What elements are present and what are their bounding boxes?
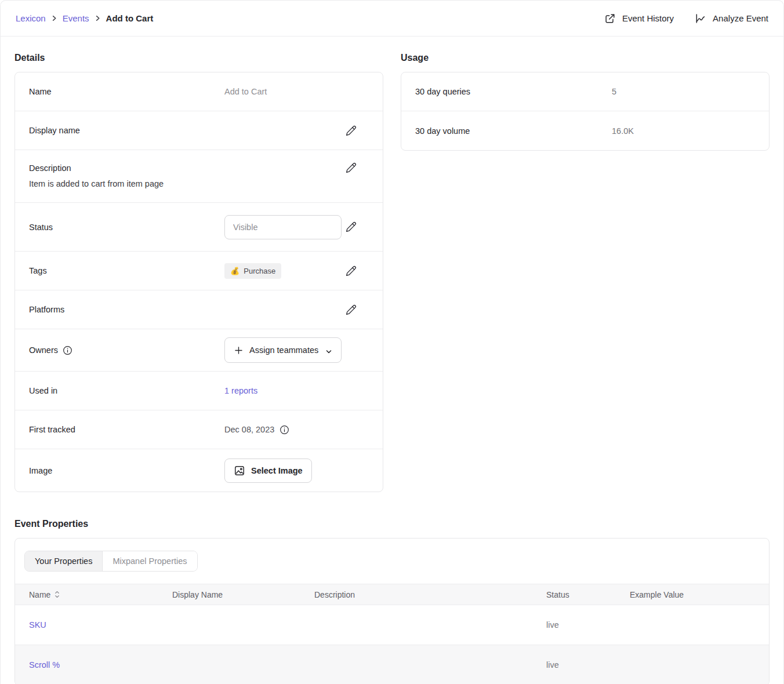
- display-name-label: Display name: [29, 126, 224, 135]
- edit-platforms-button[interactable]: [345, 304, 357, 316]
- column-header-example-value: Example Value: [616, 584, 769, 605]
- properties-table-header: Name Display Name Description Status Exa…: [15, 584, 769, 605]
- tag-chip-purchase[interactable]: 💰 Purchase: [224, 263, 281, 279]
- assign-teammates-label: Assign teammates: [249, 345, 318, 355]
- top-actions: Event History Analyze Event: [604, 13, 768, 24]
- usage-row-queries: 30 day queries 5: [401, 72, 769, 111]
- description-label: Description: [29, 163, 71, 173]
- assign-teammates-button[interactable]: Assign teammates: [224, 337, 342, 363]
- usage-title: Usage: [401, 53, 770, 63]
- properties-table: Name Display Name Description Status Exa…: [15, 584, 769, 684]
- info-icon[interactable]: [280, 425, 289, 435]
- pencil-icon: [345, 221, 357, 233]
- event-history-label: Event History: [622, 13, 674, 23]
- first-tracked-label: First tracked: [29, 425, 224, 434]
- event-history-button[interactable]: Event History: [604, 13, 674, 24]
- property-description: [300, 645, 532, 684]
- tab-mixpanel-properties[interactable]: Mixpanel Properties: [102, 551, 197, 571]
- detail-row-name: Name Add to Cart: [15, 72, 383, 111]
- table-row[interactable]: SKU live: [15, 605, 769, 645]
- breadcrumb-current-event: Add to Cart: [106, 13, 154, 23]
- select-image-label: Select Image: [251, 466, 303, 475]
- property-link-sku[interactable]: SKU: [29, 620, 46, 630]
- property-description: [300, 605, 532, 645]
- detail-row-status: Status: [15, 203, 383, 252]
- detail-row-tags: Tags 💰 Purchase: [15, 252, 383, 290]
- lexicon-event-detail-page: Lexicon Events Add to Cart Event History: [0, 0, 784, 684]
- status-label: Status: [29, 223, 224, 232]
- usage-queries-value: 5: [612, 87, 616, 96]
- top-bar: Lexicon Events Add to Cart Event History: [1, 1, 783, 37]
- details-title: Details: [14, 53, 383, 63]
- usage-volume-label: 30 day volume: [415, 126, 612, 136]
- chevron-down-icon: [325, 347, 332, 354]
- pencil-icon: [345, 125, 357, 137]
- first-tracked-value: Dec 08, 2023: [224, 425, 274, 434]
- property-example-value: [616, 645, 769, 684]
- image-label: Image: [29, 466, 224, 475]
- name-value: Add to Cart: [224, 87, 357, 96]
- edit-status-button[interactable]: [345, 221, 357, 233]
- breadcrumb: Lexicon Events Add to Cart: [16, 13, 153, 23]
- detail-row-used-in: Used in 1 reports: [15, 372, 383, 410]
- property-status: live: [532, 605, 616, 645]
- properties-tab-group: Your Properties Mixpanel Properties: [24, 551, 198, 572]
- plus-icon: [234, 345, 244, 355]
- column-header-description: Description: [300, 584, 532, 605]
- tag-chip-label: Purchase: [244, 267, 275, 275]
- pencil-icon: [345, 162, 357, 174]
- chevron-right-icon: [51, 15, 57, 21]
- money-bag-icon: 💰: [230, 267, 239, 275]
- breadcrumb-lexicon[interactable]: Lexicon: [16, 13, 46, 23]
- analyze-event-button[interactable]: Analyze Event: [695, 13, 768, 24]
- event-properties-title: Event Properties: [14, 519, 770, 529]
- column-header-name[interactable]: Name: [15, 584, 158, 605]
- owners-label: Owners: [29, 345, 58, 355]
- external-link-icon: [604, 13, 616, 24]
- status-input[interactable]: [224, 215, 342, 239]
- select-image-button[interactable]: Select Image: [224, 459, 312, 483]
- detail-row-image: Image Select Image: [15, 449, 383, 492]
- property-example-value: [616, 605, 769, 645]
- chevron-right-icon: [95, 15, 101, 21]
- event-properties-card: Your Properties Mixpanel Properties Name: [14, 538, 770, 684]
- image-icon: [234, 465, 245, 476]
- usage-row-volume: 30 day volume 16.0K: [401, 111, 769, 150]
- platforms-label: Platforms: [29, 305, 224, 314]
- info-icon[interactable]: [63, 345, 72, 355]
- edit-tags-button[interactable]: [345, 265, 357, 277]
- usage-volume-value: 16.0K: [612, 126, 634, 136]
- edit-display-name-button[interactable]: [345, 125, 357, 137]
- sort-icon: [55, 591, 60, 598]
- description-text: Item is added to cart from item page: [29, 179, 357, 188]
- tags-label: Tags: [29, 266, 224, 275]
- used-in-reports-link[interactable]: 1 reports: [224, 386, 257, 395]
- column-header-display-name: Display Name: [158, 584, 300, 605]
- breadcrumb-events[interactable]: Events: [63, 13, 89, 23]
- pencil-icon: [345, 265, 357, 277]
- usage-queries-label: 30 day queries: [415, 87, 612, 96]
- property-display-name: [158, 605, 300, 645]
- detail-row-display-name: Display name: [15, 111, 383, 150]
- column-header-status: Status: [532, 584, 616, 605]
- detail-row-description: Description Item is added to cart from i…: [15, 150, 383, 203]
- pencil-icon: [345, 304, 357, 316]
- usage-card: 30 day queries 5 30 day volume 16.0K: [401, 72, 770, 151]
- used-in-label: Used in: [29, 386, 224, 395]
- analyze-event-label: Analyze Event: [713, 13, 768, 23]
- detail-row-owners: Owners Assign teammates: [15, 329, 383, 372]
- details-card: Name Add to Cart Display name: [14, 72, 383, 492]
- edit-description-button[interactable]: [345, 162, 357, 174]
- property-status: live: [532, 645, 616, 684]
- line-chart-icon: [695, 13, 706, 24]
- detail-row-first-tracked: First tracked Dec 08, 2023: [15, 410, 383, 449]
- property-link-scroll[interactable]: Scroll %: [29, 660, 60, 670]
- table-row[interactable]: Scroll % live: [15, 645, 769, 684]
- property-display-name: [158, 645, 300, 684]
- name-label: Name: [29, 87, 224, 96]
- detail-row-platforms: Platforms: [15, 290, 383, 329]
- tab-your-properties[interactable]: Your Properties: [25, 551, 102, 571]
